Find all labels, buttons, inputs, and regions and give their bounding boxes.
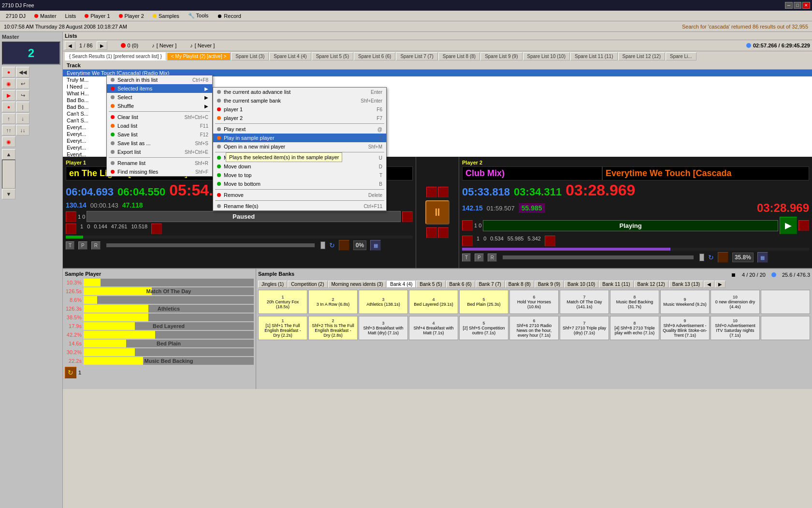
tool-btn-8[interactable]: ↓	[16, 113, 29, 124]
sb-tab[interactable]: Bank 9 (9)	[535, 281, 564, 288]
player2-end-btn[interactable]	[545, 236, 555, 246]
sb-cell[interactable]: 9Shf+9 Advertisement - Quality Blink Sto…	[660, 316, 710, 340]
list-tab-4[interactable]: Spare List 6 (6)	[354, 52, 395, 60]
menu-player2[interactable]: Player 2	[115, 12, 148, 20]
player1-refresh-btn[interactable]: ↻	[329, 241, 335, 249]
ctx-clear-list[interactable]: Clear list Shf+Ctrl+C	[107, 113, 212, 121]
player1-cue-btn[interactable]	[66, 211, 76, 222]
sb-cell[interactable]: 7Shf+7 2710 Triple play (dry) (7.1s)	[560, 316, 609, 340]
player2-stop-btn[interactable]	[798, 220, 809, 231]
sp-bar[interactable]: Athletics	[84, 305, 254, 313]
ctx-sel-rename-files[interactable]: Rename file(s) Ctrl+F11	[213, 202, 386, 210]
sb-cell[interactable]: 4Bed Layered (29.1s)	[409, 290, 458, 314]
player2-p-btn[interactable]: P	[475, 254, 484, 262]
player1-stop-btn[interactable]	[402, 211, 413, 222]
player1-num-btn[interactable]	[66, 224, 76, 234]
sb-tab[interactable]: Bank 7 (7)	[476, 281, 505, 288]
ctx-sel-play-next[interactable]: Play next @	[213, 125, 386, 134]
list-tab-3[interactable]: Spare List 5 (5)	[312, 52, 353, 60]
sb-cell[interactable]: 120h Century Fox (18.5s)	[258, 290, 307, 314]
tool-btn-12[interactable]: ▲	[2, 149, 15, 160]
sb-tab[interactable]: Bank 8 (8)	[505, 281, 534, 288]
sb-cell[interactable]: 23 In A Row (6.8s)	[308, 290, 358, 314]
close-button[interactable]: ✕	[802, 2, 810, 9]
player2-r-btn[interactable]: R	[488, 254, 497, 262]
sp-bar[interactable]: Bed Plain	[84, 340, 254, 347]
sb-cell[interactable]: 5[2] Shf+5 Competition outtro (7.1s)	[459, 316, 508, 340]
tool-btn-11[interactable]: ◉	[2, 136, 15, 147]
sp-bar[interactable]	[84, 279, 254, 286]
sb-tab[interactable]: Bank 5 (5)	[416, 281, 445, 288]
ctx-save-list-as[interactable]: Save list as ... Shf+S	[107, 139, 212, 148]
player1-slider[interactable]	[106, 243, 315, 247]
ctx-search[interactable]: Search in this list Ctrl+F8	[107, 75, 212, 84]
sp-bar[interactable]: Music Bed Backing	[84, 357, 254, 365]
ctx-sel-player1[interactable]: player 1 F6	[213, 105, 386, 114]
center-pause-btn[interactable]: ⏸	[425, 200, 450, 224]
list-tab-6[interactable]: Spare List 8 (8)	[438, 52, 480, 60]
sb-tab[interactable]: Jingles (1)	[258, 281, 287, 288]
sb-cell[interactable]: 10Shf+0 Advertisement ITV Saturday night…	[710, 316, 760, 340]
menu-tools[interactable]: 🔧 Tools	[184, 12, 213, 20]
tab-search-results[interactable]: { Search Results (1) [preferred search l…	[65, 52, 166, 60]
sb-cell[interactable]: 1[1] Shf+1 The Full English Breakfast - …	[258, 316, 307, 340]
sb-tab[interactable]: Bank 13 (13)	[669, 281, 703, 288]
ctx-select[interactable]: Select ▶	[107, 93, 212, 102]
ctx-sel-move-bottom[interactable]: Move to bottom B	[213, 179, 386, 188]
tool-btn-13[interactable]: ▼	[2, 189, 15, 199]
player1-p-btn[interactable]: P	[78, 241, 87, 250]
menu-master[interactable]: Master	[30, 12, 60, 20]
ctx-save-list[interactable]: Save list F12	[107, 130, 212, 139]
sb-tab[interactable]: Bank 11 (11)	[599, 281, 633, 288]
sp-bar[interactable]	[84, 314, 254, 321]
scrollbar-track-sidebar[interactable]	[2, 160, 15, 189]
player1-slider-thumb[interactable]	[320, 241, 325, 249]
ctx-sel-move-up[interactable]: Move up U	[213, 153, 386, 162]
sp-bar[interactable]	[84, 296, 254, 304]
center-stop1-btn[interactable]	[426, 227, 437, 238]
tool-btn-6[interactable]: |	[16, 102, 29, 112]
player1-stop2-btn[interactable]	[339, 240, 349, 251]
list-tab-9[interactable]: Spare List 11 (11)	[570, 52, 618, 60]
tool-btn-10[interactable]: ↓↓	[16, 125, 29, 135]
player1-end-btn[interactable]	[151, 224, 162, 234]
player2-num-btn[interactable]	[462, 236, 473, 246]
sp-bar[interactable]: Bed Layered	[84, 322, 254, 330]
player2-slider[interactable]	[503, 255, 694, 259]
player1-r-btn[interactable]: R	[91, 241, 101, 250]
menu-2710dj[interactable]: 2710 DJ	[2, 12, 29, 20]
sb-tab[interactable]: Bank 4 (4)	[387, 281, 416, 288]
ctx-sel-sample-bank[interactable]: the current sample bank Shf+Enter	[213, 96, 386, 105]
nav-fwd-btn[interactable]: ▶	[97, 41, 107, 50]
sp-bar[interactable]	[84, 331, 254, 339]
sb-tab[interactable]: Bank 12 (12)	[634, 281, 668, 288]
sb-tab-prev[interactable]: ◀	[704, 281, 714, 288]
ctx-load-list[interactable]: Load list F11	[107, 121, 212, 130]
sb-cell[interactable]: 6Shf+6 2710 Radio News on the hour, ever…	[509, 316, 559, 340]
list-tab-11[interactable]: Spare Li...	[666, 52, 696, 60]
sb-tab[interactable]: Bank 10 (10)	[564, 281, 598, 288]
player2-refresh-btn[interactable]: ↻	[708, 254, 714, 261]
player2-play-btn[interactable]: ▶	[780, 217, 797, 234]
tool-btn-9[interactable]: ↑↑	[2, 125, 15, 135]
sb-cell[interactable]: 6Hold Your Horses (10.6s)	[509, 290, 559, 314]
player2-t-btn[interactable]: T	[462, 254, 471, 262]
ctx-selected-items[interactable]: Selected items ▶	[107, 84, 212, 93]
tool-btn-2[interactable]: ↩	[16, 78, 29, 89]
ctx-sel-auto-advance[interactable]: the current auto advance list Enter	[213, 88, 386, 96]
center-stop2-btn[interactable]	[438, 227, 449, 238]
sb-tab[interactable]: Bank 6 (6)	[446, 281, 475, 288]
sb-tab[interactable]: Competition (2)	[288, 281, 327, 288]
ctx-find-missing[interactable]: Find missing files Shf+F	[107, 167, 212, 176]
ctx-sel-remove[interactable]: Remove Delete	[213, 191, 386, 199]
sb-cell[interactable]: 4Shf+4 Breakfast with Matt (7.1s)	[409, 316, 458, 340]
context-menu-1[interactable]: Search in this list Ctrl+F8 Selected ite…	[106, 75, 213, 177]
tool-btn-1[interactable]: ◉	[2, 78, 15, 89]
center-cue2-btn[interactable]	[438, 187, 449, 197]
tool-btn-4[interactable]: ↪	[16, 90, 29, 101]
context-menu-selected[interactable]: the current auto advance list Enter the …	[213, 87, 387, 211]
tool-btn-5[interactable]: ●	[2, 102, 15, 112]
sb-cell[interactable]: 7Match Of The Day (141.1s)	[560, 290, 609, 314]
tool-btn-rewind[interactable]: ◀◀	[16, 67, 29, 77]
sb-cell[interactable]: 100 new dimension dry (4.4s)	[710, 290, 760, 314]
